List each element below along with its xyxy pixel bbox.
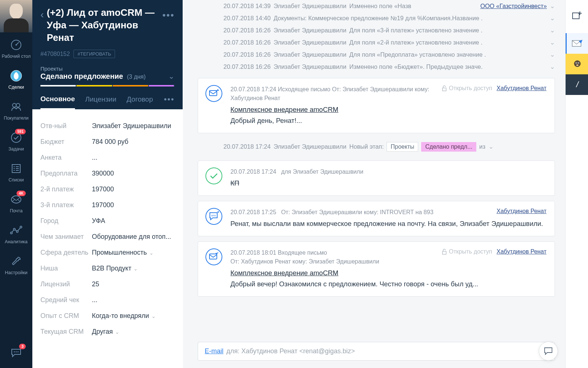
field-value[interactable]: Оборудование для отоп... (92, 233, 171, 241)
card-contact-link[interactable]: Хабутдинов Ренат (496, 248, 546, 255)
tabs-more[interactable]: ••• (164, 95, 175, 109)
nav-customers[interactable]: Покупатели (0, 94, 32, 125)
chevron-down-icon[interactable]: ⌄ (550, 27, 555, 34)
chevron-down-icon[interactable]: ⌄ (151, 313, 156, 319)
nav-mail[interactable]: 4K Почта (0, 187, 32, 218)
field-value[interactable]: Промышленность⌄ (92, 249, 154, 256)
field-value[interactable]: 197000 (92, 185, 114, 193)
field-value[interactable]: 197000 (92, 201, 114, 209)
field-value[interactable]: 784 000 руб (92, 138, 128, 146)
field-value[interactable]: 25 (92, 280, 99, 288)
nav-dashboard[interactable]: Рабочий стол (0, 32, 32, 63)
integration-slash[interactable]: / (566, 74, 588, 95)
svg-rect-19 (442, 251, 446, 254)
log-time: 20.07.2018 16:26 (223, 27, 270, 34)
email-subject[interactable]: Комплексное внедрение amoCRM (230, 269, 546, 277)
nav-lists[interactable]: Списки (0, 156, 32, 187)
tag-button[interactable]: #ТЕГИРОВАТЬ (74, 50, 115, 58)
field-row[interactable]: Анкета... (40, 150, 175, 166)
feed-card-email-in[interactable]: 20.07.2018 18:01 Входящее письмо От: Хаб… (198, 241, 555, 297)
field-row[interactable]: Предоплата390000 (40, 166, 175, 181)
svg-point-13 (16, 351, 17, 353)
nav-deals[interactable]: Сделки (0, 63, 32, 94)
field-row[interactable]: 3-й платеж197000 (40, 197, 175, 213)
field-row[interactable]: Чем занимаетОборудование для отоп... (40, 229, 175, 245)
chevron-down-icon[interactable]: ⌄ (550, 15, 555, 22)
tab-licenses[interactable]: Лицензии (85, 95, 116, 109)
field-value[interactable]: 390000 (92, 170, 114, 177)
integration-mail[interactable] (566, 33, 588, 54)
field-value[interactable]: ... (92, 154, 97, 162)
log-user: Элизабет Эдишерашвили (273, 143, 346, 150)
field-value[interactable]: B2B Продукт⌄ (92, 265, 138, 272)
field-row[interactable]: Текущая CRMДругая⌄ (40, 324, 175, 340)
field-row[interactable]: Опыт с CRMКогда-то внедряли⌄ (40, 308, 175, 324)
field-row[interactable]: ГородУФА (40, 213, 175, 229)
nav-label: Почта (10, 208, 23, 213)
field-value[interactable]: Когда-то внедряли⌄ (92, 312, 156, 320)
svg-rect-15 (209, 91, 217, 96)
chevron-down-icon[interactable]: ⌄ (550, 3, 555, 10)
field-row[interactable]: Лицензий25 (40, 276, 175, 292)
lead-title[interactable]: (+2) Лид от amoCRM — Уфа — Хабутдинов Ре… (47, 7, 162, 44)
chevron-down-icon[interactable]: ⌄ (550, 51, 555, 58)
field-row[interactable]: НишаB2B Продукт⌄ (40, 261, 175, 276)
nav-chat[interactable]: 3 (0, 340, 32, 368)
user-avatar[interactable] (0, 0, 32, 32)
chat-badge: 3 (19, 344, 26, 349)
tab-main[interactable]: Основное (40, 95, 75, 109)
field-row[interactable]: Бюджет784 000 руб (40, 134, 175, 150)
log-text: Документы: Коммерческое предложение №19 … (273, 15, 547, 22)
more-button[interactable]: ••• (162, 10, 175, 21)
access-toggle[interactable]: Открыть доступ (442, 248, 492, 255)
back-button[interactable]: ‹ (40, 9, 44, 21)
field-row[interactable]: Сфера деятельПромышленность⌄ (40, 245, 175, 261)
customers-icon (10, 100, 23, 113)
pipeline-chevron-icon[interactable]: ⌄ (168, 72, 175, 81)
field-row[interactable]: 2-й платеж197000 (40, 181, 175, 197)
chat-fab[interactable] (539, 342, 558, 361)
card-meta1: Входящее письмо (278, 250, 327, 256)
chevron-down-icon[interactable]: ⌄ (550, 63, 555, 70)
field-row[interactable]: Средний чек... (40, 292, 175, 308)
chevron-down-icon[interactable]: ⌄ (488, 143, 494, 150)
feed-card-sms[interactable]: sms 20.07.2018 17:25 От: Элизабет Эдишер… (198, 201, 555, 236)
stage-suffix: из (479, 143, 485, 150)
integration-mailchimp[interactable] (566, 54, 588, 74)
chevron-down-icon[interactable]: ⌄ (149, 250, 154, 256)
log-time: 20.07.2018 16:26 (223, 51, 270, 58)
chevron-down-icon[interactable]: ⌄ (133, 266, 138, 272)
log-link[interactable]: ООО «Газстройинвест» (480, 3, 547, 10)
pipeline-stage[interactable]: Сделано предложение (40, 72, 123, 80)
field-value[interactable]: Другая⌄ (92, 328, 119, 336)
access-toggle[interactable]: Открыть доступ (442, 85, 492, 92)
card-contact-link[interactable]: Хабутдинов Ренат (496, 208, 546, 215)
compose-type-select[interactable]: E-mail (205, 347, 223, 355)
feed-card-task[interactable]: 20.07.2018 17:24 для Элизабет Эдишерашви… (198, 160, 555, 196)
field-value[interactable]: Элизабет Эдишерашвили (92, 122, 171, 130)
envelope-rocket-icon (571, 39, 583, 48)
field-value[interactable]: ... (92, 296, 97, 304)
nav-tasks[interactable]: 591 Задачи (0, 125, 32, 156)
chevron-down-icon[interactable]: ⌄ (115, 329, 119, 335)
field-label: 3-й платеж (40, 201, 92, 209)
card-contact-link[interactable]: Хабутдинов Ренат (496, 85, 546, 92)
nav-settings[interactable]: Настройки (0, 249, 32, 280)
nav-analytics[interactable]: Аналитика (0, 218, 32, 249)
field-value[interactable]: УФА (92, 217, 105, 225)
field-label: Город (40, 217, 92, 225)
tab-contract[interactable]: Договор (127, 95, 153, 109)
stage-to: Сделано предл... (421, 142, 476, 152)
field-row[interactable]: Отв-ныйЭлизабет Эдишерашвили (40, 118, 175, 134)
feed-scroll[interactable]: 20.07.2018 14:39Элизабет ЭдишерашвилиИзм… (183, 0, 565, 342)
chevron-down-icon[interactable]: ⌄ (550, 39, 555, 46)
nav-label: Списки (8, 177, 24, 183)
task-body: КП (230, 178, 546, 188)
svg-point-27 (576, 64, 578, 66)
email-subject[interactable]: Комплексное внедрение amoCRM (230, 106, 546, 114)
log-text: Для поля «3-й платеж» установлено значен… (349, 27, 547, 34)
compose-bar[interactable]: E-mail для: Хабутдинов Ренат <renat@giga… (198, 342, 555, 361)
svg-point-7 (11, 196, 21, 203)
add-widget-button[interactable] (566, 7, 588, 24)
feed-card-email-out[interactable]: 20.07.2018 17:24 Исходящее письмо От: Эл… (198, 78, 555, 133)
